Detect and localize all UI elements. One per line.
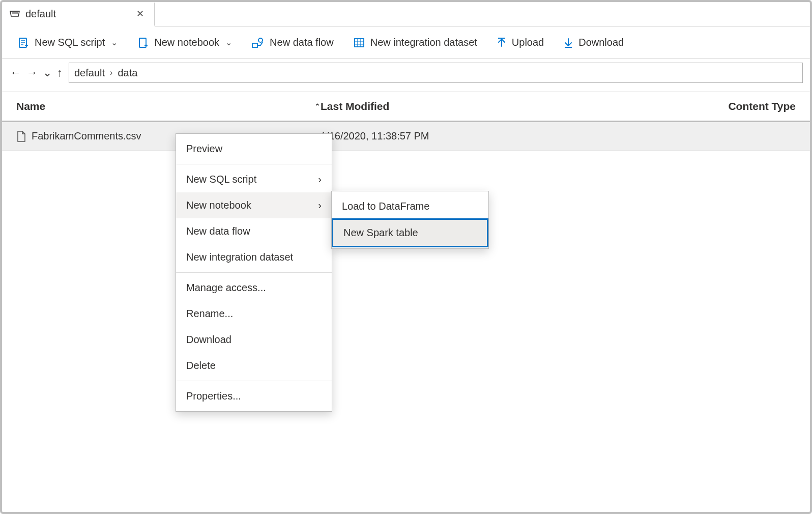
- breadcrumb-seg-1[interactable]: data: [118, 67, 137, 79]
- nav-up-icon[interactable]: ↑: [56, 66, 64, 79]
- new-data-flow-label: New data flow: [270, 37, 334, 48]
- submenu-new-spark-table-label: New Spark table: [343, 227, 418, 238]
- menu-rename[interactable]: Rename...: [176, 301, 332, 327]
- menu-download-label: Download: [186, 334, 231, 346]
- download-label: Download: [578, 37, 624, 48]
- menu-new-dataset-label: New integration dataset: [186, 251, 293, 263]
- menu-download[interactable]: Download: [176, 327, 332, 353]
- column-name-label: Name: [16, 100, 45, 112]
- new-data-flow-button[interactable]: New data flow: [251, 37, 334, 49]
- file-modified: 1/16/2020, 11:38:57 PM: [321, 130, 605, 142]
- menu-delete-label: Delete: [186, 360, 216, 372]
- new-sql-script-label: New SQL script: [35, 37, 105, 48]
- svg-rect-4: [355, 39, 364, 47]
- column-modified[interactable]: Last Modified: [321, 100, 605, 112]
- menu-rename-label: Rename...: [186, 308, 233, 320]
- menu-new-sql-script[interactable]: New SQL script ›: [176, 166, 332, 192]
- nav-dropdown-icon[interactable]: ⌄: [42, 66, 53, 79]
- nav-forward-icon[interactable]: →: [25, 66, 39, 79]
- tab-bar: default ✕: [2, 2, 810, 26]
- notebook-icon: [137, 37, 149, 49]
- menu-manage-access-label: Manage access...: [186, 282, 266, 294]
- table-header: Name ⌃ Last Modified Content Type: [2, 92, 810, 122]
- menu-properties[interactable]: Properties...: [176, 383, 332, 409]
- menu-new-data-flow[interactable]: New data flow: [176, 218, 332, 244]
- dataset-icon: [353, 37, 365, 49]
- submenu-new-spark-table[interactable]: New Spark table: [332, 218, 488, 247]
- sql-script-icon: [17, 37, 30, 49]
- new-integration-dataset-button[interactable]: New integration dataset: [353, 37, 477, 49]
- upload-button[interactable]: Upload: [497, 37, 544, 48]
- svg-point-3: [258, 38, 263, 42]
- close-icon[interactable]: ✕: [133, 8, 147, 19]
- new-sql-script-button[interactable]: New SQL script ⌄: [17, 37, 118, 49]
- chevron-right-icon: ›: [318, 199, 322, 211]
- menu-properties-label: Properties...: [186, 390, 241, 402]
- tab-default[interactable]: default ✕: [2, 3, 155, 26]
- data-flow-icon: [251, 37, 265, 49]
- submenu-load-dataframe[interactable]: Load to DataFrame: [332, 193, 488, 219]
- column-modified-label: Last Modified: [321, 100, 389, 112]
- menu-manage-access[interactable]: Manage access...: [176, 275, 332, 301]
- menu-preview-label: Preview: [186, 143, 222, 155]
- chevron-down-icon: ⌄: [111, 38, 118, 47]
- sort-ascending-icon: ⌃: [314, 102, 321, 110]
- menu-new-dataflow-label: New data flow: [186, 225, 250, 237]
- column-type[interactable]: Content Type: [605, 100, 796, 112]
- new-integration-dataset-label: New integration dataset: [370, 37, 477, 48]
- chevron-right-icon: ›: [318, 174, 322, 185]
- table-row[interactable]: FabrikamComments.csv 1/16/2020, 11:38:57…: [2, 122, 810, 151]
- file-icon: [16, 130, 26, 142]
- menu-new-sql-label: New SQL script: [186, 174, 256, 185]
- new-notebook-button[interactable]: New notebook ⌄: [137, 37, 232, 49]
- toolbar: New SQL script ⌄ New notebook ⌄ New data…: [2, 26, 810, 59]
- breadcrumb[interactable]: default › data: [69, 63, 803, 83]
- nav-back-icon[interactable]: ←: [9, 66, 22, 79]
- menu-new-notebook[interactable]: New notebook ›: [176, 192, 332, 218]
- submenu-load-dataframe-label: Load to DataFrame: [342, 201, 429, 212]
- download-icon: [563, 37, 573, 48]
- upload-label: Upload: [512, 37, 544, 48]
- storage-icon: [9, 9, 20, 18]
- upload-icon: [497, 37, 507, 48]
- chevron-right-icon: ›: [110, 68, 112, 77]
- file-name: FabrikamComments.csv: [32, 130, 141, 142]
- context-menu: Preview New SQL script › New notebook › …: [176, 133, 332, 412]
- download-button[interactable]: Download: [563, 37, 624, 48]
- chevron-down-icon: ⌄: [225, 38, 232, 47]
- menu-new-notebook-label: New notebook: [186, 199, 251, 211]
- nav-bar: ← → ⌄ ↑ default › data: [2, 59, 810, 87]
- column-type-label: Content Type: [728, 100, 796, 112]
- tab-label: default: [25, 8, 128, 20]
- menu-new-integration-dataset[interactable]: New integration dataset: [176, 244, 332, 270]
- breadcrumb-seg-0[interactable]: default: [74, 67, 105, 79]
- svg-rect-2: [252, 43, 257, 47]
- menu-delete[interactable]: Delete: [176, 353, 332, 379]
- menu-preview[interactable]: Preview: [176, 136, 332, 162]
- new-notebook-label: New notebook: [154, 37, 219, 48]
- submenu-new-notebook: Load to DataFrame New Spark table: [331, 191, 489, 249]
- nav-arrows: ← → ⌄ ↑: [9, 66, 64, 79]
- column-name[interactable]: Name ⌃: [16, 100, 321, 112]
